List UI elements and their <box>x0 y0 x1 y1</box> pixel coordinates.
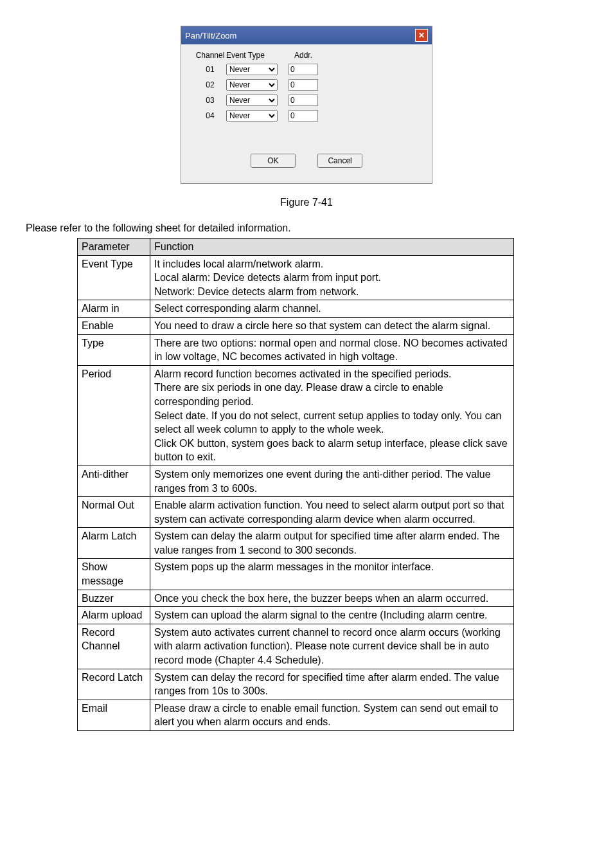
table-row: Anti-ditherSystem only memorizes one eve… <box>78 466 514 496</box>
cell-parameter: Record Channel <box>78 624 150 669</box>
cell-function: System auto activates current channel to… <box>150 624 514 669</box>
cell-parameter: Alarm upload <box>78 607 150 624</box>
addr-input[interactable] <box>289 79 318 91</box>
cell-parameter: Period <box>78 365 150 466</box>
cell-function: Once you check the box here, the buzzer … <box>150 590 514 607</box>
cell-parameter: Normal Out <box>78 497 150 528</box>
table-row: PeriodAlarm record function becomes acti… <box>78 365 514 466</box>
cell-function: It includes local alarm/network alarm.Lo… <box>150 255 514 300</box>
table-row: BuzzerOnce you check the box here, the b… <box>78 590 514 607</box>
table-row: Alarm LatchSystem can delay the alarm ou… <box>78 528 514 559</box>
channel-row: 04Never <box>194 110 419 122</box>
cell-parameter: Enable <box>78 317 150 334</box>
channel-row: 03Never <box>194 95 419 106</box>
channel-row: 01Never <box>194 64 419 75</box>
event-type-select[interactable]: Never <box>226 95 278 106</box>
cell-function: Alarm record function becomes activated … <box>150 365 514 466</box>
header-addr: Addr. <box>284 51 323 60</box>
cell-function: There are two options: normal open and n… <box>150 334 514 365</box>
ptz-dialog: Pan/Tilt/Zoom ✕ Channel Event Type Addr.… <box>181 26 432 184</box>
cell-function: Please draw a circle to enable email fun… <box>150 700 514 730</box>
cancel-button[interactable]: Cancel <box>317 154 362 168</box>
table-row: EnableYou need to draw a circle here so … <box>78 317 514 334</box>
table-row: Normal OutEnable alarm activation functi… <box>78 497 514 528</box>
header-channel: Channel <box>194 51 226 60</box>
dialog-button-row: OK Cancel <box>194 154 419 168</box>
dialog-column-headers: Channel Event Type Addr. <box>194 51 419 60</box>
table-row: Alarm uploadSystem can upload the alarm … <box>78 607 514 624</box>
table-row: Record LatchSystem can delay the record … <box>78 669 514 700</box>
table-row: EmailPlease draw a circle to enable emai… <box>78 700 514 730</box>
event-type-select[interactable]: Never <box>226 79 278 91</box>
cell-function: System can upload the alarm signal to th… <box>150 607 514 624</box>
cell-function: You need to draw a circle here so that s… <box>150 317 514 334</box>
cell-parameter: Record Latch <box>78 669 150 700</box>
table-row: Event TypeIt includes local alarm/networ… <box>78 255 514 300</box>
table-row: Record ChannelSystem auto activates curr… <box>78 624 514 669</box>
header-function: Function <box>150 239 514 256</box>
channel-number: 03 <box>194 96 226 105</box>
cell-function: Select corresponding alarm channel. <box>150 300 514 318</box>
parameter-table: Parameter Function Event TypeIt includes… <box>77 238 514 731</box>
channel-number: 02 <box>194 80 226 89</box>
table-row: Show messageSystem pops up the alarm mes… <box>78 559 514 590</box>
ok-button[interactable]: OK <box>251 154 296 168</box>
figure-caption: Figure 7-41 <box>26 197 587 208</box>
cell-parameter: Alarm Latch <box>78 528 150 559</box>
cell-parameter: Show message <box>78 559 150 590</box>
dialog-title: Pan/Tilt/Zoom <box>185 31 236 41</box>
addr-input[interactable] <box>289 110 318 122</box>
table-header-row: Parameter Function <box>78 239 514 256</box>
dialog-body: Channel Event Type Addr. 01Never02Never0… <box>181 44 432 183</box>
cell-function: System can delay the alarm output for sp… <box>150 528 514 559</box>
cell-parameter: Type <box>78 334 150 365</box>
channel-number: 04 <box>194 111 226 120</box>
event-type-select[interactable]: Never <box>226 64 278 75</box>
cell-parameter: Event Type <box>78 255 150 300</box>
cell-parameter: Alarm in <box>78 300 150 318</box>
cell-parameter: Anti-dither <box>78 466 150 496</box>
cell-function: System only memorizes one event during t… <box>150 466 514 496</box>
close-icon[interactable]: ✕ <box>415 29 428 42</box>
table-row: TypeThere are two options: normal open a… <box>78 334 514 365</box>
addr-input[interactable] <box>289 64 318 75</box>
header-event-type: Event Type <box>226 51 284 60</box>
header-parameter: Parameter <box>78 239 150 256</box>
cell-function: System can delay the record for specifie… <box>150 669 514 700</box>
cell-parameter: Email <box>78 700 150 730</box>
cell-function: Enable alarm activation function. You ne… <box>150 497 514 528</box>
table-row: Alarm inSelect corresponding alarm chann… <box>78 300 514 318</box>
lead-text: Please refer to the following sheet for … <box>26 222 587 234</box>
addr-input[interactable] <box>289 95 318 106</box>
channel-number: 01 <box>194 65 226 74</box>
channel-row: 02Never <box>194 79 419 91</box>
dialog-titlebar: Pan/Tilt/Zoom ✕ <box>181 26 432 44</box>
cell-parameter: Buzzer <box>78 590 150 607</box>
cell-function: System pops up the alarm messages in the… <box>150 559 514 590</box>
event-type-select[interactable]: Never <box>226 110 278 122</box>
